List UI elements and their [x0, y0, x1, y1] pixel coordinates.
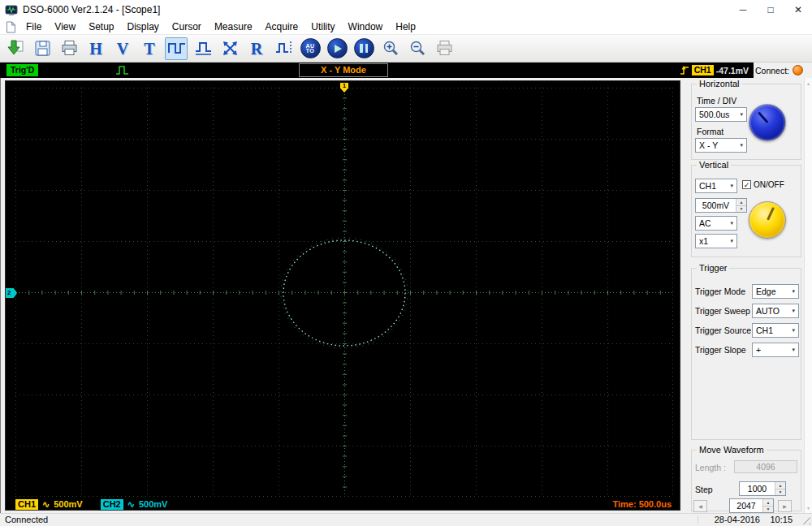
channel-onoff-checkbox[interactable]: ✓ ON/OFF: [742, 180, 784, 189]
menu-cursor[interactable]: Cursor: [166, 20, 208, 33]
trigger-mode-label: Trigger Mode: [695, 287, 745, 296]
trigger-settings-button[interactable]: T: [138, 37, 161, 60]
trigger-channel-badge: CH1: [692, 65, 714, 75]
volts-div-stepper[interactable]: 500mV ▲ ▼: [695, 198, 747, 213]
dropdown-arrow-icon: ▾: [790, 308, 797, 314]
trigger-source-value: CH1: [756, 326, 773, 335]
maximize-button[interactable]: □: [757, 0, 784, 19]
ch2-coupling-icon: ∿: [127, 499, 135, 510]
vertical-settings-button[interactable]: V: [111, 37, 134, 60]
stepper-arrows[interactable]: ▲ ▼: [775, 482, 785, 495]
step-label: Step: [695, 485, 713, 494]
scroll-down-icon[interactable]: ▼: [805, 502, 812, 513]
waveform-display-button[interactable]: [165, 37, 188, 60]
spin-down-icon[interactable]: ▼: [763, 507, 773, 513]
display-mode-readout: X - Y Mode: [299, 63, 388, 77]
dropdown-arrow-icon: ▾: [728, 220, 735, 226]
coupling-value: AC: [699, 218, 711, 228]
print-preview-button[interactable]: [433, 37, 456, 60]
panel-scrollbar[interactable]: ▲ ▼: [804, 78, 812, 513]
scope-display: 1 2 CH1 ∿ 500mV CH2 ∿ 500mV Time: 500.0u…: [5, 80, 680, 511]
spin-up-icon[interactable]: ▲: [775, 482, 785, 489]
horizontal-settings-button[interactable]: H: [84, 37, 107, 60]
stepper-arrows[interactable]: ▲ ▼: [736, 199, 746, 212]
move-right-button[interactable]: ▶: [778, 500, 792, 512]
ch2-scale-readout: 500mV: [139, 499, 167, 509]
horizontal-group-title: Horizontal: [697, 79, 742, 88]
knob-pointer: [758, 111, 769, 123]
auto-setup-circle: AUTO: [300, 38, 321, 58]
menu-help[interactable]: Help: [389, 20, 422, 33]
stepper-arrows[interactable]: ▲ ▼: [762, 499, 773, 512]
spin-down-icon[interactable]: ▼: [775, 489, 785, 496]
status-date: 28-04-2016: [715, 515, 760, 524]
channel-onoff-label: ON/OFF: [754, 180, 784, 189]
resize-grip[interactable]: [801, 515, 810, 524]
trigger-group-title: Trigger: [697, 263, 729, 273]
print-button[interactable]: [58, 37, 80, 60]
waveform-baseline-button[interactable]: [192, 37, 214, 60]
connect-indicator-button[interactable]: [793, 65, 803, 75]
zoom-out-button[interactable]: [406, 37, 429, 60]
menu-measure[interactable]: Measure: [208, 20, 259, 33]
time-div-select[interactable]: 500.0us ▾: [695, 107, 747, 122]
timebase-readout: Time: 500.0us: [612, 499, 672, 509]
save-icon: [33, 39, 52, 58]
coupling-select[interactable]: AC ▾: [695, 216, 737, 231]
zoom-in-button[interactable]: [379, 37, 402, 60]
ch1-scale-readout: 500mV: [54, 499, 82, 509]
run-button[interactable]: [326, 37, 348, 60]
close-button[interactable]: ✕: [784, 0, 812, 19]
title-bar: DSO-6000 Ver2.1.24 - [Scope1] ─ □ ✕: [0, 0, 812, 19]
square-wave-icon: [167, 39, 186, 58]
zoom-in-icon: [382, 39, 400, 58]
probe-select[interactable]: x1 ▾: [695, 234, 737, 248]
menu-setup[interactable]: Setup: [82, 20, 120, 33]
trigger-source-select[interactable]: CH1 ▾: [752, 323, 799, 338]
length-field: 4096: [734, 460, 797, 473]
record-button[interactable]: R: [245, 37, 268, 60]
autoscale-button[interactable]: [218, 37, 241, 60]
move-left-button[interactable]: ◀: [693, 500, 707, 512]
format-select[interactable]: X - Y ▾: [695, 138, 747, 153]
trigger-mode-select[interactable]: Edge ▾: [752, 284, 799, 299]
spin-down-icon[interactable]: ▼: [736, 206, 746, 213]
spin-up-icon[interactable]: ▲: [736, 199, 746, 206]
trigger-slope-select[interactable]: + ▾: [752, 343, 799, 357]
vertical-knob[interactable]: [749, 201, 786, 239]
horizontal-letter: H: [89, 41, 102, 57]
spin-up-icon[interactable]: ▲: [763, 499, 773, 507]
save-button[interactable]: [31, 37, 54, 60]
menu-view[interactable]: View: [48, 20, 82, 33]
menu-file[interactable]: File: [19, 20, 48, 33]
printer-gray-icon: [435, 39, 454, 58]
connect-label: Connect:: [755, 66, 789, 75]
dropdown-arrow-icon: ▾: [728, 183, 735, 189]
position-stepper[interactable]: 2047 ▲ ▼: [729, 498, 774, 513]
pause-button[interactable]: [352, 37, 375, 60]
horizontal-knob[interactable]: [749, 104, 786, 141]
trigger-slope-label: Trigger Slope: [695, 345, 746, 355]
waveform-cursor-button[interactable]: [272, 37, 295, 60]
menu-display[interactable]: Display: [121, 20, 166, 33]
app-window: DSO-6000 Ver2.1.24 - [Scope1] ─ □ ✕ File…: [0, 0, 812, 526]
step-stepper[interactable]: 1000 ▲ ▼: [739, 481, 786, 496]
menu-acquire[interactable]: Acquire: [259, 20, 305, 33]
auto-setup-label: AUTO: [304, 44, 317, 54]
ch1-badge: CH1: [15, 499, 38, 510]
auto-setup-button[interactable]: AUTO: [299, 37, 322, 60]
scroll-up-icon[interactable]: ▲: [805, 78, 812, 88]
trigger-sweep-select[interactable]: AUTO ▾: [752, 304, 799, 318]
ch1-coupling-icon: ∿: [42, 499, 50, 510]
zoom-out-icon: [408, 39, 427, 58]
menu-window[interactable]: Window: [342, 20, 390, 33]
load-waveform-button[interactable]: [4, 37, 27, 60]
trigger-sweep-value: AUTO: [756, 306, 780, 316]
channel-select[interactable]: CH1 ▾: [695, 179, 737, 193]
minimize-button[interactable]: ─: [729, 0, 757, 19]
dropdown-arrow-icon: ▾: [738, 142, 745, 149]
print-icon: [60, 39, 79, 58]
vertical-group-title: Vertical: [697, 160, 731, 170]
menu-utility[interactable]: Utility: [304, 20, 341, 33]
move-waveform-title: Move Waveform: [697, 445, 767, 455]
